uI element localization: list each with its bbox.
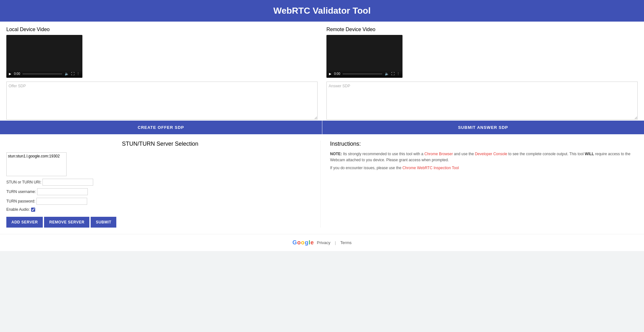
remote-more-icon[interactable]: ⋮ bbox=[396, 72, 400, 76]
note-label: NOTE: bbox=[330, 152, 342, 156]
local-video-time: 0:00 bbox=[14, 72, 20, 76]
turn-password-input[interactable] bbox=[36, 198, 87, 205]
remove-server-button[interactable]: REMOVE SERVER bbox=[44, 217, 89, 228]
offer-sdp-textarea[interactable] bbox=[6, 82, 318, 120]
enable-audio-label: Enable Audio: bbox=[6, 207, 30, 212]
lower-section: STUN/TURN Server Selection stun:stun1.l.… bbox=[0, 134, 644, 234]
stun-uri-row: STUN or TURN URI: bbox=[6, 179, 314, 186]
stun-uri-input[interactable] bbox=[42, 179, 93, 186]
answer-sdp-section bbox=[320, 82, 638, 121]
turn-password-label: TURN password: bbox=[6, 199, 35, 203]
local-video-label: Local Device Video bbox=[6, 27, 318, 32]
instructions-text-part2: and use the bbox=[454, 152, 475, 156]
developer-console-link[interactable]: Developer Console bbox=[475, 152, 507, 156]
privacy-link[interactable]: Privacy bbox=[317, 240, 331, 245]
chrome-webrtc-link[interactable]: Chrome WebRTC Inspection Tool bbox=[402, 166, 459, 170]
remote-video-progress bbox=[343, 74, 382, 74]
remote-play-button[interactable]: ▶ bbox=[329, 72, 332, 76]
remote-video-label: Remote Device Video bbox=[326, 27, 638, 32]
sdp-button-row: CREATE OFFER SDP SUBMIT ANSWER SDP bbox=[0, 121, 644, 134]
answer-sdp-textarea[interactable] bbox=[326, 82, 638, 120]
second-line-text: If you do encounter issues, please use t… bbox=[330, 166, 402, 170]
instructions-text-part3: to see the complete console output. This… bbox=[508, 152, 585, 156]
instructions-second-line: If you do encounter issues, please use t… bbox=[330, 165, 638, 171]
local-video-ctrl-icons: 🔈 ⛶ ⋮ bbox=[65, 72, 80, 76]
stun-turn-title: STUN/TURN Server Selection bbox=[6, 141, 314, 147]
turn-username-input[interactable] bbox=[37, 188, 88, 195]
instructions-section: Instructions: NOTE: Its strongly recomme… bbox=[321, 141, 638, 228]
page-footer: G o o g l e Privacy | Terms bbox=[0, 234, 644, 251]
chrome-browser-link[interactable]: Chrome Browser bbox=[424, 152, 453, 156]
google-g: G bbox=[293, 239, 297, 246]
submit-answer-sdp-button[interactable]: SUBMIT ANSWER SDP bbox=[322, 121, 644, 134]
terms-link[interactable]: Terms bbox=[340, 240, 351, 245]
instructions-body: NOTE: Its strongly recommended to use th… bbox=[330, 151, 638, 171]
instructions-title: Instructions: bbox=[330, 141, 638, 147]
local-video-player[interactable]: ▶ 0:00 🔈 ⛶ ⋮ bbox=[6, 35, 82, 78]
instructions-text-part1: Its strongly recommended to use this too… bbox=[343, 152, 424, 156]
remote-video-player[interactable]: ▶ 0:00 🔈 ⛶ ⋮ bbox=[326, 35, 402, 78]
local-video-progress bbox=[23, 74, 62, 74]
page-title: WebRTC Validator Tool bbox=[6, 6, 638, 16]
remote-video-ctrl-icons: 🔈 ⛶ ⋮ bbox=[385, 72, 400, 76]
stun-uri-label: STUN or TURN URI: bbox=[6, 180, 41, 184]
remote-volume-icon[interactable]: 🔈 bbox=[385, 72, 389, 76]
page-header: WebRTC Validator Tool bbox=[0, 0, 644, 22]
enable-audio-row: Enable Audio: bbox=[6, 207, 314, 212]
submit-stun-button[interactable]: SUBMIT bbox=[91, 217, 116, 228]
turn-username-label: TURN username: bbox=[6, 189, 36, 194]
create-offer-sdp-button[interactable]: CREATE OFFER SDP bbox=[0, 121, 322, 134]
footer-divider: | bbox=[335, 240, 336, 245]
remote-fullscreen-icon[interactable]: ⛶ bbox=[391, 72, 395, 76]
local-volume-icon[interactable]: 🔈 bbox=[65, 72, 69, 76]
turn-password-row: TURN password: bbox=[6, 198, 314, 205]
local-more-icon[interactable]: ⋮ bbox=[76, 72, 80, 76]
local-play-button[interactable]: ▶ bbox=[9, 72, 11, 76]
google-logo: G o o g l e bbox=[293, 239, 314, 246]
turn-username-row: TURN username: bbox=[6, 188, 314, 195]
stun-turn-section: STUN/TURN Server Selection stun:stun1.l.… bbox=[6, 141, 321, 228]
remote-video-time: 0:00 bbox=[334, 72, 340, 76]
offer-sdp-section bbox=[6, 82, 320, 121]
stun-button-group: ADD SERVER REMOVE SERVER SUBMIT bbox=[6, 217, 314, 228]
local-fullscreen-icon[interactable]: ⛶ bbox=[71, 72, 74, 76]
will-bold: WILL bbox=[585, 152, 594, 156]
stun-server-list[interactable]: stun:stun1.l.google.com:19302 bbox=[6, 152, 67, 176]
remote-video-section: Remote Device Video ▶ 0:00 🔈 ⛶ ⋮ bbox=[320, 27, 638, 78]
add-server-button[interactable]: ADD SERVER bbox=[6, 217, 43, 228]
enable-audio-checkbox[interactable] bbox=[31, 208, 35, 212]
local-video-section: Local Device Video ▶ 0:00 🔈 ⛶ ⋮ bbox=[6, 27, 320, 78]
